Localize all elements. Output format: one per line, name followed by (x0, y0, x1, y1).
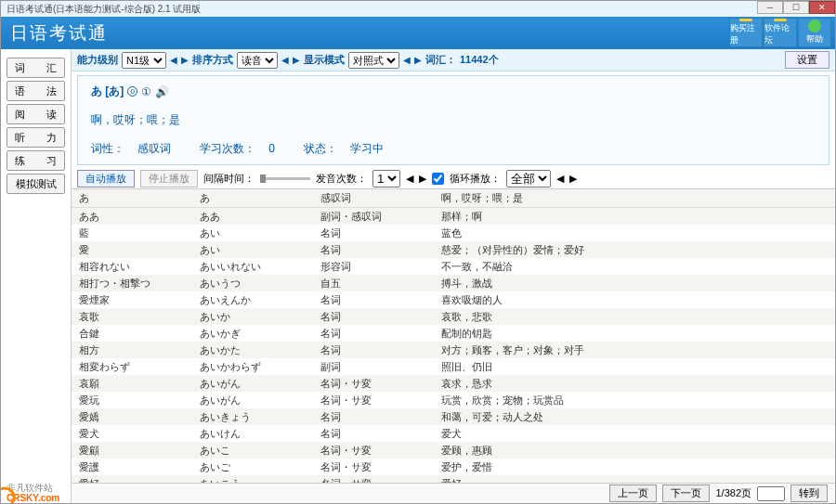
level-label: 能力级别 (77, 53, 118, 67)
table-cell: 哀求，恳求 (434, 375, 835, 392)
maximize-button[interactable]: ☐ (783, 1, 809, 14)
table-row[interactable]: ああああ副词・感叹词那样；啊 (72, 208, 835, 226)
playback-bar: 自动播放 停止播放 间隔时间： 发音次数： 1 ◀▶ 循环播放： 全部 ◀▶ (72, 169, 835, 189)
table-row[interactable]: 哀願あいがん名词・サ変哀求，恳求 (72, 375, 835, 392)
table-cell: あいけん (192, 425, 313, 442)
minimize-button[interactable]: ─ (757, 1, 783, 14)
table-row[interactable]: 愛好あいこう名词・サ変爱好 (72, 475, 835, 483)
settings-button[interactable]: 设置 (785, 51, 829, 69)
forum-button[interactable]: 软件论坛 (764, 18, 797, 47)
sort-select[interactable]: 读音 (237, 52, 278, 69)
table-cell: 哀歌，悲歌 (434, 308, 835, 325)
table-cell: 名词 (313, 291, 434, 308)
forum-icon (774, 19, 787, 21)
prev-page-button[interactable]: 上一页 (609, 485, 657, 502)
view-next-icon[interactable]: ▶ (414, 55, 422, 65)
table-cell: 爱好 (434, 475, 835, 483)
table-cell: 名词 (313, 225, 434, 241)
sidebar: 词 汇 语 法 阅 读 听 力 练 习 模拟测试 (1, 49, 72, 503)
sidebar-item-practice[interactable]: 练 习 (7, 150, 65, 171)
sidebar-item-listening[interactable]: 听 力 (7, 127, 65, 148)
table-row[interactable]: 合鍵あいかぎ名词配制的钥匙 (72, 325, 835, 342)
window-title: 日语考试通(日本语能力测试-综合版) 2.1 试用版 (7, 3, 201, 16)
view-label: 显示模式 (304, 53, 345, 67)
table-cell: 名词・サ変 (313, 459, 434, 475)
table-row[interactable]: 相変わらずあいかわらず副词照旧、仍旧 (72, 358, 835, 375)
playcount-label: 发音次数： (316, 172, 367, 186)
table-cell: あいかた (192, 342, 313, 358)
buy-register-button[interactable]: 购买注册 (729, 18, 763, 47)
table-cell: あいこ (192, 442, 313, 459)
table-row[interactable]: 相方あいかた名词对方；顾客，客户；对象；对手 (72, 342, 835, 358)
main-panel: 能力级别 N1级 ◀▶ 排序方式 读音 ◀▶ 显示模式 对照式 ◀▶ 词汇： 1… (72, 49, 835, 503)
loop-next-icon[interactable]: ▶ (569, 173, 577, 185)
table-cell: 名词・サ変 (313, 375, 434, 392)
sort-next-icon[interactable]: ▶ (293, 55, 300, 65)
table-cell: 对方；顾客，客户；对象；对手 (434, 342, 835, 358)
vocab-table-wrap[interactable]: ああ感叹词啊，哎呀；喂；是ああああ副词・感叹词那样；啊藍あい名词蓝色愛あい名词慈… (72, 189, 835, 483)
table-cell: 相変わらず (72, 358, 192, 375)
sort-label: 排序方式 (192, 53, 233, 67)
page-input[interactable] (757, 486, 785, 501)
table-cell: あい (192, 225, 313, 241)
count-label: 词汇： (425, 53, 456, 67)
goto-page-button[interactable]: 转到 (790, 485, 828, 502)
table-cell: 爱犬 (434, 425, 835, 442)
table-row[interactable]: 愛嬌あいきょう名词和蔼，可爱；动人之处 (72, 408, 835, 425)
table-row[interactable]: 藍あい名词蓝色 (72, 225, 835, 241)
table-cell: 自五 (313, 275, 434, 291)
sidebar-item-grammar[interactable]: 语 法 (7, 81, 65, 101)
level-select[interactable]: N1级 (122, 52, 166, 69)
table-cell: 爱顾，惠顾 (434, 442, 835, 459)
loop-checkbox[interactable] (432, 173, 444, 185)
table-row[interactable]: 愛犬あいけん名词爱犬 (72, 425, 835, 442)
sidebar-item-vocab[interactable]: 词 汇 (7, 58, 65, 78)
view-select[interactable]: 对照式 (348, 52, 399, 69)
sidebar-item-reading[interactable]: 阅 读 (7, 104, 65, 124)
table-cell: 副词・感叹词 (313, 208, 434, 226)
table-row[interactable]: 愛あい名词慈爱；（对异性的）爱情；爱好 (72, 241, 835, 258)
playcount-select[interactable]: 1 (372, 170, 400, 187)
help-button[interactable]: 帮助 (798, 18, 831, 47)
table-row[interactable]: 愛玩あいがん名词・サ変玩赏，欣赏；宠物；玩赏品 (72, 392, 835, 408)
table-cell: 配制的钥匙 (434, 325, 835, 342)
level-next-icon[interactable]: ▶ (181, 55, 189, 65)
interval-label: 间隔时间： (203, 172, 255, 186)
loop-prev-icon[interactable]: ◀ (556, 173, 564, 185)
view-prev-icon[interactable]: ◀ (403, 55, 411, 65)
table-cell: あいか (192, 308, 313, 325)
word-detail: あ [あ] 0 ① 🔊 啊，哎呀；喂；是 词性：感叹词 学习次数：0 状态：学习… (77, 75, 829, 165)
loop-select[interactable]: 全部 (506, 170, 551, 187)
table-row[interactable]: 哀歌あいか名词哀歌，悲歌 (72, 308, 835, 325)
table-cell: 照旧、仍旧 (434, 358, 835, 375)
table-header-row: ああ感叹词啊，哎呀；喂；是 (72, 189, 835, 208)
table-row[interactable]: 愛煙家あいえんか名词喜欢吸烟的人 (72, 291, 835, 308)
close-button[interactable]: ✕ (809, 1, 835, 14)
table-cell: 相打つ・相撃つ (72, 275, 192, 291)
table-row[interactable]: 愛顧あいこ名词・サ変爱顾，惠顾 (72, 442, 835, 459)
table-cell: 愛護 (72, 459, 192, 475)
table-cell: 愛顧 (72, 442, 192, 459)
sidebar-item-mock[interactable]: 模拟测试 (7, 174, 65, 194)
table-cell: 相方 (72, 342, 192, 358)
playcount-next-icon[interactable]: ▶ (419, 173, 426, 185)
table-cell: 名词 (313, 425, 434, 442)
table-row[interactable]: 相容れないあいいれない形容词不一致，不融洽 (72, 258, 835, 275)
playcount-prev-icon[interactable]: ◀ (406, 173, 413, 185)
level-prev-icon[interactable]: ◀ (170, 55, 177, 65)
window-titlebar: 日语考试通(日本语能力测试-综合版) 2.1 试用版 ─ ☐ ✕ (1, 1, 835, 17)
window-controls: ─ ☐ ✕ (757, 1, 835, 14)
word-meta: 词性：感叹词 学习次数：0 状态：学习中 (91, 141, 816, 157)
table-cell: 玩赏，欣赏；宠物；玩赏品 (434, 392, 835, 408)
sort-prev-icon[interactable]: ◀ (281, 55, 289, 65)
table-row[interactable]: 相打つ・相撃つあいうつ自五搏斗，激战 (72, 275, 835, 291)
stop-button[interactable]: 停止播放 (140, 170, 198, 187)
vocab-table: ああ感叹词啊，哎呀；喂；是ああああ副词・感叹词那样；啊藍あい名词蓝色愛あい名词慈… (72, 189, 835, 483)
table-row[interactable]: 愛護あいご名词・サ変爱护，爱惜 (72, 459, 835, 475)
table-cell: あいかわらず (192, 358, 313, 375)
next-page-button[interactable]: 下一页 (662, 485, 710, 502)
interval-slider[interactable] (260, 177, 310, 180)
autoplay-button[interactable]: 自动播放 (77, 170, 135, 187)
sound-icon[interactable]: 🔊 (155, 85, 169, 98)
table-cell: あいこう (192, 475, 313, 483)
